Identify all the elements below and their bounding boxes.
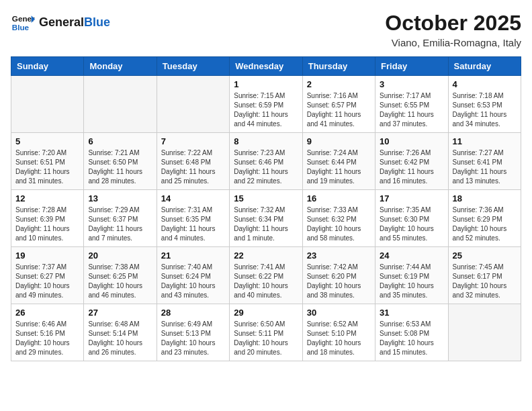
calendar-week-row: 19Sunrise: 7:37 AM Sunset: 6:27 PM Dayli… — [11, 247, 521, 304]
cell-info: Sunrise: 7:22 AM Sunset: 6:48 PM Dayligh… — [161, 148, 225, 186]
cell-info: Sunrise: 7:41 AM Sunset: 6:22 PM Dayligh… — [234, 263, 298, 300]
cell-info: Sunrise: 6:46 AM Sunset: 5:16 PM Dayligh… — [15, 320, 79, 357]
cell-info: Sunrise: 7:35 AM Sunset: 6:30 PM Dayligh… — [380, 205, 443, 243]
weekday-header: Sunday — [11, 57, 84, 76]
cell-info: Sunrise: 6:49 AM Sunset: 5:13 PM Dayligh… — [161, 320, 225, 357]
weekday-header: Friday — [375, 57, 448, 76]
day-number: 3 — [380, 79, 443, 89]
month-title: October 2025 — [385, 11, 521, 36]
day-number: 6 — [88, 136, 152, 146]
calendar-cell: 13Sunrise: 7:29 AM Sunset: 6:37 PM Dayli… — [84, 190, 157, 247]
cell-info: Sunrise: 7:44 AM Sunset: 6:19 PM Dayligh… — [380, 263, 443, 300]
cell-info: Sunrise: 7:24 AM Sunset: 6:44 PM Dayligh… — [307, 148, 371, 186]
cell-info: Sunrise: 7:21 AM Sunset: 6:50 PM Dayligh… — [88, 148, 152, 186]
calendar-cell: 9Sunrise: 7:24 AM Sunset: 6:44 PM Daylig… — [302, 133, 375, 190]
calendar-cell: 7Sunrise: 7:22 AM Sunset: 6:48 PM Daylig… — [157, 133, 229, 190]
cell-info: Sunrise: 7:40 AM Sunset: 6:24 PM Dayligh… — [161, 263, 225, 300]
calendar-week-row: 12Sunrise: 7:28 AM Sunset: 6:39 PM Dayli… — [11, 190, 521, 247]
cell-info: Sunrise: 7:29 AM Sunset: 6:37 PM Dayligh… — [88, 205, 152, 243]
cell-info: Sunrise: 7:15 AM Sunset: 6:59 PM Dayligh… — [234, 91, 298, 129]
logo-icon: General Blue — [11, 11, 35, 35]
weekday-header: Saturday — [448, 57, 521, 76]
cell-info: Sunrise: 7:23 AM Sunset: 6:46 PM Dayligh… — [234, 148, 298, 186]
calendar-week-row: 1Sunrise: 7:15 AM Sunset: 6:59 PM Daylig… — [11, 76, 521, 133]
logo: General Blue GeneralBlue — [11, 11, 110, 35]
day-number: 5 — [15, 136, 79, 146]
calendar-cell: 28Sunrise: 6:49 AM Sunset: 5:13 PM Dayli… — [157, 304, 229, 361]
cell-info: Sunrise: 7:31 AM Sunset: 6:35 PM Dayligh… — [161, 205, 225, 243]
calendar-cell: 3Sunrise: 7:17 AM Sunset: 6:55 PM Daylig… — [375, 76, 448, 133]
day-number: 30 — [307, 308, 371, 318]
day-number: 8 — [234, 136, 298, 146]
cell-info: Sunrise: 6:50 AM Sunset: 5:11 PM Dayligh… — [234, 320, 298, 357]
day-number: 19 — [15, 250, 79, 261]
cell-info: Sunrise: 7:33 AM Sunset: 6:32 PM Dayligh… — [307, 205, 371, 243]
calendar-cell: 2Sunrise: 7:16 AM Sunset: 6:57 PM Daylig… — [302, 76, 375, 133]
day-number: 7 — [161, 136, 225, 146]
calendar-cell: 29Sunrise: 6:50 AM Sunset: 5:11 PM Dayli… — [230, 304, 302, 361]
day-number: 11 — [453, 136, 517, 146]
day-number: 20 — [88, 250, 152, 261]
day-number: 28 — [161, 308, 225, 318]
cell-info: Sunrise: 7:16 AM Sunset: 6:57 PM Dayligh… — [307, 91, 371, 129]
calendar-cell: 31Sunrise: 6:53 AM Sunset: 5:08 PM Dayli… — [375, 304, 448, 361]
calendar-cell: 25Sunrise: 7:45 AM Sunset: 6:17 PM Dayli… — [448, 247, 521, 304]
cell-info: Sunrise: 7:26 AM Sunset: 6:42 PM Dayligh… — [380, 148, 443, 186]
calendar-cell: 20Sunrise: 7:38 AM Sunset: 6:25 PM Dayli… — [84, 247, 157, 304]
calendar-week-row: 5Sunrise: 7:20 AM Sunset: 6:51 PM Daylig… — [11, 133, 521, 190]
day-number: 27 — [88, 308, 152, 318]
calendar-cell: 10Sunrise: 7:26 AM Sunset: 6:42 PM Dayli… — [375, 133, 448, 190]
cell-info: Sunrise: 7:27 AM Sunset: 6:41 PM Dayligh… — [453, 148, 517, 186]
cell-info: Sunrise: 6:53 AM Sunset: 5:08 PM Dayligh… — [380, 320, 443, 357]
svg-text:Blue: Blue — [12, 23, 30, 32]
day-number: 12 — [15, 193, 79, 203]
cell-info: Sunrise: 7:17 AM Sunset: 6:55 PM Dayligh… — [380, 91, 443, 129]
calendar-cell — [448, 304, 521, 361]
calendar-cell: 11Sunrise: 7:27 AM Sunset: 6:41 PM Dayli… — [448, 133, 521, 190]
day-number: 9 — [307, 136, 371, 146]
calendar-cell: 22Sunrise: 7:41 AM Sunset: 6:22 PM Dayli… — [230, 247, 302, 304]
title-block: October 2025 Viano, Emilia-Romagna, Ital… — [385, 11, 521, 48]
cell-info: Sunrise: 7:45 AM Sunset: 6:17 PM Dayligh… — [453, 263, 517, 300]
calendar-cell: 18Sunrise: 7:36 AM Sunset: 6:29 PM Dayli… — [448, 190, 521, 247]
calendar-cell: 24Sunrise: 7:44 AM Sunset: 6:19 PM Dayli… — [375, 247, 448, 304]
calendar-cell: 27Sunrise: 6:48 AM Sunset: 5:14 PM Dayli… — [84, 304, 157, 361]
cell-info: Sunrise: 7:36 AM Sunset: 6:29 PM Dayligh… — [453, 205, 517, 243]
day-number: 21 — [161, 250, 225, 261]
calendar-cell: 6Sunrise: 7:21 AM Sunset: 6:50 PM Daylig… — [84, 133, 157, 190]
calendar-cell — [157, 76, 229, 133]
day-number: 10 — [380, 136, 443, 146]
cell-info: Sunrise: 6:48 AM Sunset: 5:14 PM Dayligh… — [88, 320, 152, 357]
calendar-cell: 12Sunrise: 7:28 AM Sunset: 6:39 PM Dayli… — [11, 190, 84, 247]
calendar-cell: 21Sunrise: 7:40 AM Sunset: 6:24 PM Dayli… — [157, 247, 229, 304]
calendar-cell: 15Sunrise: 7:32 AM Sunset: 6:34 PM Dayli… — [230, 190, 302, 247]
calendar-table: SundayMondayTuesdayWednesdayThursdayFrid… — [11, 56, 521, 361]
calendar-cell: 30Sunrise: 6:52 AM Sunset: 5:10 PM Dayli… — [302, 304, 375, 361]
calendar-cell — [11, 76, 84, 133]
cell-info: Sunrise: 7:32 AM Sunset: 6:34 PM Dayligh… — [234, 205, 298, 243]
location: Viano, Emilia-Romagna, Italy — [385, 37, 521, 48]
day-number: 18 — [453, 193, 517, 203]
calendar-cell: 26Sunrise: 6:46 AM Sunset: 5:16 PM Dayli… — [11, 304, 84, 361]
cell-info: Sunrise: 7:37 AM Sunset: 6:27 PM Dayligh… — [15, 263, 79, 300]
cell-info: Sunrise: 7:42 AM Sunset: 6:20 PM Dayligh… — [307, 263, 371, 300]
calendar-cell: 23Sunrise: 7:42 AM Sunset: 6:20 PM Dayli… — [302, 247, 375, 304]
logo-text: GeneralBlue — [39, 15, 110, 30]
day-number: 22 — [234, 250, 298, 261]
day-number: 23 — [307, 250, 371, 261]
day-number: 29 — [234, 308, 298, 318]
calendar-cell: 1Sunrise: 7:15 AM Sunset: 6:59 PM Daylig… — [230, 76, 302, 133]
day-number: 15 — [234, 193, 298, 203]
weekday-header: Tuesday — [157, 57, 229, 76]
calendar-cell: 5Sunrise: 7:20 AM Sunset: 6:51 PM Daylig… — [11, 133, 84, 190]
page-header: General Blue GeneralBlue October 2025 Vi… — [11, 11, 521, 48]
cell-info: Sunrise: 7:20 AM Sunset: 6:51 PM Dayligh… — [15, 148, 79, 186]
weekday-header: Wednesday — [230, 57, 302, 76]
calendar-cell: 4Sunrise: 7:18 AM Sunset: 6:53 PM Daylig… — [448, 76, 521, 133]
day-number: 1 — [234, 79, 298, 89]
calendar-header-row: SundayMondayTuesdayWednesdayThursdayFrid… — [11, 57, 521, 76]
day-number: 26 — [15, 308, 79, 318]
calendar-cell — [84, 76, 157, 133]
calendar-cell: 16Sunrise: 7:33 AM Sunset: 6:32 PM Dayli… — [302, 190, 375, 247]
day-number: 14 — [161, 193, 225, 203]
